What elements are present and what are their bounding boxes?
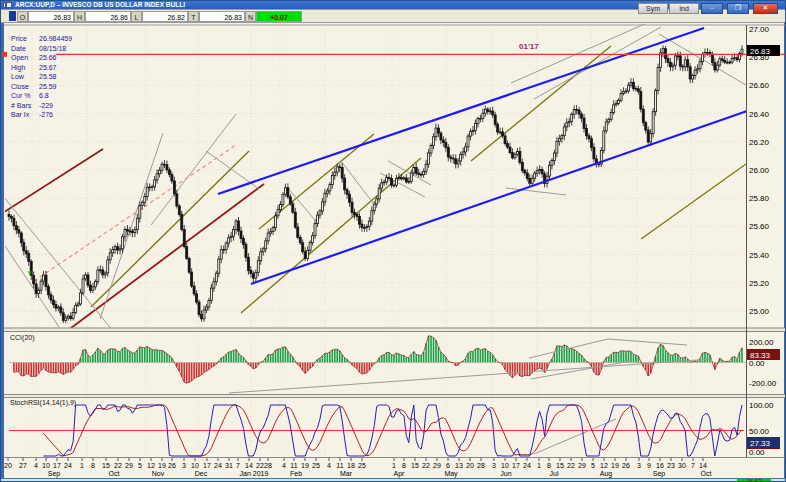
price-tick-25.60: 25.60 bbox=[749, 222, 770, 231]
week-tick-8: 15 bbox=[102, 462, 110, 469]
week-tick-56: 16 bbox=[656, 462, 664, 469]
cci-current-value: 83.33 bbox=[750, 351, 771, 360]
chart-canvas[interactable]: 01'17vPrice26.984459Date08/15/18Open25.6… bbox=[1, 23, 786, 478]
month-label-1: Oct bbox=[109, 470, 120, 477]
week-tick-51: 12 bbox=[600, 462, 608, 469]
week-tick-0: 20 bbox=[4, 462, 12, 469]
week-tick-23: 28 bbox=[264, 462, 272, 469]
month-label-5: Feb bbox=[290, 470, 302, 477]
week-tick-20: 7 bbox=[236, 462, 240, 469]
chart-window: ARCX:UUP,D – INVESCO DB US DOLLAR INDEX … bbox=[0, 0, 786, 482]
info-value-7: -229 bbox=[39, 102, 53, 109]
week-tick-9: 22 bbox=[114, 462, 122, 469]
week-tick-35: 22 bbox=[422, 462, 430, 469]
info-value-4: 25.58 bbox=[39, 73, 57, 80]
price-tick-25.20: 25.20 bbox=[749, 279, 770, 288]
quote-label-H: H bbox=[74, 11, 85, 22]
month-label-0: Sep bbox=[48, 470, 61, 478]
month-label-10: Jul bbox=[550, 470, 559, 477]
info-value-0: 26.984459 bbox=[39, 35, 72, 42]
quote-bar-marker bbox=[9, 11, 16, 21]
info-value-2: 25.66 bbox=[39, 54, 57, 61]
week-tick-26: 19 bbox=[301, 462, 309, 469]
month-label-6: Mar bbox=[340, 470, 353, 477]
week-tick-22: 22 bbox=[256, 462, 264, 469]
week-tick-37: 6 bbox=[446, 462, 450, 469]
week-tick-4: 17 bbox=[53, 462, 61, 469]
month-label-11: Aug bbox=[600, 470, 613, 478]
chart-background bbox=[1, 23, 786, 478]
week-tick-31: 25 bbox=[358, 462, 366, 469]
info-label-1: Date bbox=[11, 45, 26, 52]
quote-value-O: 26.83 bbox=[28, 11, 74, 22]
week-tick-34: 15 bbox=[411, 462, 419, 469]
cci-tick-0: 0.00 bbox=[749, 359, 765, 368]
quote-label-L: L bbox=[131, 11, 142, 22]
week-tick-11: 5 bbox=[138, 462, 142, 469]
week-tick-45: 1 bbox=[537, 462, 541, 469]
week-tick-38: 13 bbox=[455, 462, 463, 469]
week-tick-5: 24 bbox=[64, 462, 72, 469]
week-tick-59: 7 bbox=[691, 462, 695, 469]
week-tick-39: 20 bbox=[466, 462, 474, 469]
month-label-8: May bbox=[444, 470, 458, 478]
week-tick-57: 23 bbox=[667, 462, 675, 469]
sym-button[interactable]: Sym bbox=[638, 3, 668, 14]
info-value-5: 25.59 bbox=[39, 83, 57, 90]
week-tick-42: 10 bbox=[501, 462, 509, 469]
week-tick-10: 29 bbox=[125, 462, 133, 469]
week-tick-44: 24 bbox=[523, 462, 531, 469]
week-tick-25: 11 bbox=[290, 462, 297, 469]
month-label-9: Jun bbox=[500, 470, 511, 477]
price-tick-26.00: 26.00 bbox=[749, 166, 770, 175]
price-tick-25.00: 25.00 bbox=[749, 307, 770, 316]
cci-tick-n200: -200.00 bbox=[749, 379, 777, 388]
week-tick-12: 12 bbox=[147, 462, 155, 469]
week-tick-7: 8 bbox=[91, 462, 95, 469]
quote-label-O: O bbox=[17, 11, 28, 22]
week-tick-14: 26 bbox=[168, 462, 176, 469]
month-label-2: Nov bbox=[152, 470, 165, 477]
week-tick-49: 29 bbox=[578, 462, 586, 469]
stoch-tick-0: 0.00 bbox=[749, 448, 765, 457]
week-tick-21: 14 bbox=[245, 462, 253, 469]
week-tick-19: 31 bbox=[225, 462, 233, 469]
stoch-current-value: 27.33 bbox=[750, 439, 771, 448]
stochrsi-label: StochRSI(14,14(1),9) bbox=[10, 399, 76, 407]
close-button[interactable]: ✕ bbox=[753, 3, 778, 14]
quote-value-H: 26.86 bbox=[85, 11, 131, 22]
info-label-0: Price bbox=[11, 35, 27, 42]
info-label-8: Bar Ix bbox=[11, 111, 30, 118]
quote-value-N: +0.07 bbox=[256, 11, 302, 22]
week-tick-46: 8 bbox=[547, 462, 551, 469]
month-label-7: Apr bbox=[394, 470, 406, 478]
quote-value-T: 26.83 bbox=[199, 11, 245, 22]
info-label-5: Close bbox=[11, 83, 29, 90]
price-tick-25.40: 25.40 bbox=[749, 251, 770, 260]
info-label-3: High bbox=[11, 64, 26, 72]
restore-button[interactable]: ❐ bbox=[727, 3, 749, 14]
week-tick-60: 14 bbox=[699, 462, 707, 469]
minimize-button[interactable]: – bbox=[701, 3, 723, 14]
week-tick-28: 4 bbox=[327, 462, 331, 469]
week-tick-33: 8 bbox=[402, 462, 406, 469]
week-tick-16: 10 bbox=[191, 462, 199, 469]
info-label-7: # Bars bbox=[11, 102, 32, 109]
week-tick-48: 22 bbox=[567, 462, 575, 469]
week-tick-50: 5 bbox=[591, 462, 595, 469]
month-label-4: Jan 2019 bbox=[240, 470, 269, 477]
week-tick-40: 28 bbox=[477, 462, 485, 469]
month-label-3: Dec bbox=[195, 470, 208, 477]
quote-label-N: N bbox=[245, 11, 256, 22]
cci-label: CCI(20) bbox=[10, 334, 35, 342]
price-tick-27.00: 27.00 bbox=[749, 25, 770, 34]
window-title: ARCX:UUP,D – INVESCO DB US DOLLAR INDEX … bbox=[15, 1, 185, 8]
ind-button[interactable]: Ind bbox=[669, 3, 699, 14]
week-tick-32: 1 bbox=[392, 462, 396, 469]
info-value-1: 08/15/18 bbox=[39, 45, 66, 52]
stoch-tick-50: 50.00 bbox=[749, 427, 770, 436]
info-label-6: Cur % bbox=[11, 92, 30, 99]
week-tick-6: 1 bbox=[80, 462, 84, 469]
week-tick-1: 27 bbox=[19, 462, 27, 469]
price-tick-26.40: 26.40 bbox=[749, 110, 770, 119]
